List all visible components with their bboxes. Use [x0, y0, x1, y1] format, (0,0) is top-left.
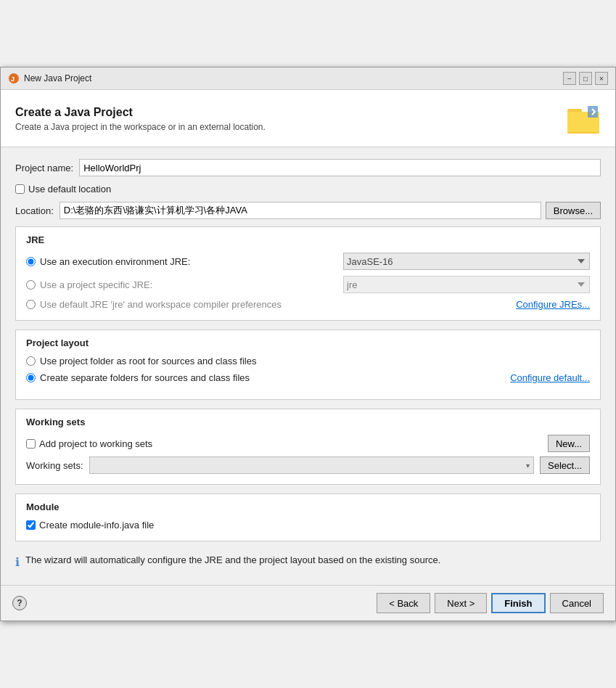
jre-radio2-row: Use a project specific JRE: jre	[26, 276, 590, 293]
jre-section: JRE Use an execution environment JRE: Ja…	[15, 226, 601, 321]
header-text: Create a Java Project Create a Java proj…	[15, 106, 266, 132]
working-sets-select-button[interactable]: Select...	[540, 456, 590, 474]
project-name-input[interactable]	[79, 159, 601, 176]
footer-right: < Back Next > Finish Cancel	[377, 593, 604, 613]
browse-button[interactable]: Browse...	[546, 202, 601, 219]
info-row: ℹ The wizard will automatically configur…	[15, 550, 601, 573]
module-checkbox-row: Create module-info.java file	[26, 520, 590, 531]
jre-environment-select[interactable]: JavaSE-16	[343, 253, 590, 270]
layout-radio1-row: Use project folder as root for sources a…	[26, 356, 590, 366]
content-area: Project name: Use default location Locat…	[1, 147, 615, 585]
layout-radio2[interactable]	[26, 373, 36, 382]
header-section: Create a Java Project Create a Java proj…	[1, 90, 615, 147]
configure-jres-link[interactable]: Configure JREs...	[516, 299, 590, 310]
new-java-project-dialog: J New Java Project − □ × Create a Java P…	[0, 67, 616, 621]
configure-default-link[interactable]: Configure default...	[510, 372, 590, 383]
minimize-button[interactable]: −	[563, 72, 576, 85]
footer-left: ?	[12, 596, 27, 610]
jre-radio2[interactable]	[26, 280, 36, 290]
create-module-info-checkbox[interactable]	[26, 520, 36, 530]
jre-specific-select[interactable]: jre	[343, 276, 590, 293]
info-icon: ℹ	[15, 555, 20, 569]
add-to-working-sets-label: Add project to working sets	[39, 438, 152, 449]
title-bar-left: J New Java Project	[8, 73, 91, 84]
layout-radio2-row: Create separate folders for sources and …	[26, 372, 590, 383]
use-default-location-checkbox[interactable]	[15, 184, 25, 194]
working-sets-title: Working sets	[26, 417, 590, 427]
title-bar: J New Java Project − □ ×	[1, 67, 615, 90]
use-default-location-label: Use default location	[28, 184, 111, 194]
project-name-row: Project name:	[15, 159, 601, 176]
jre-radio1[interactable]	[26, 257, 36, 266]
project-layout-section: Project layout Use project folder as roo…	[15, 329, 601, 400]
maximize-button[interactable]: □	[579, 72, 592, 85]
jre-radio1-label: Use an execution environment JRE:	[40, 256, 190, 267]
dialog-title: Create a Java Project	[15, 106, 266, 119]
finish-button[interactable]: Finish	[491, 593, 545, 613]
jre-title: JRE	[26, 234, 590, 245]
jre-radio2-label: Use a project specific JRE:	[40, 279, 152, 290]
next-button[interactable]: Next >	[435, 593, 487, 613]
layout-radio1-label: Use project folder as root for sources a…	[40, 356, 256, 366]
project-layout-title: Project layout	[26, 337, 590, 348]
back-button[interactable]: < Back	[377, 593, 430, 613]
location-input[interactable]	[59, 202, 541, 219]
module-title: Module	[26, 501, 590, 512]
layout-radio2-label: Create separate folders for sources and …	[40, 372, 250, 383]
jre-radio1-row: Use an execution environment JRE: JavaSE…	[26, 253, 590, 270]
project-name-label: Project name:	[15, 163, 73, 173]
jre-radio3[interactable]	[26, 300, 36, 309]
add-to-working-sets-checkbox[interactable]	[26, 439, 36, 449]
working-sets-field-label: Working sets:	[26, 460, 83, 471]
location-label: Location:	[15, 205, 54, 216]
jre-radio2-label-area: Use a project specific JRE:	[26, 279, 343, 290]
dialog-subtitle: Create a Java project in the workspace o…	[15, 122, 266, 132]
help-button[interactable]: ?	[12, 596, 27, 610]
close-button[interactable]: ×	[595, 72, 608, 85]
folder-icon	[566, 102, 601, 136]
layout-radio1[interactable]	[26, 356, 36, 366]
working-sets-combo-container: ▾	[89, 456, 535, 474]
working-sets-checkbox-row: Add project to working sets New...	[26, 435, 590, 452]
cancel-button[interactable]: Cancel	[550, 593, 604, 613]
jre-radio3-label: Use default JRE 'jre' and workspace comp…	[40, 299, 282, 310]
working-sets-new-button[interactable]: New...	[548, 435, 590, 452]
working-sets-section: Working sets Add project to working sets…	[15, 409, 601, 485]
jre-radio1-label-area: Use an execution environment JRE:	[26, 256, 343, 267]
create-module-info-label: Create module-info.java file	[39, 520, 154, 531]
window-title: New Java Project	[24, 73, 91, 83]
use-default-location-row: Use default location	[15, 184, 601, 194]
svg-rect-5	[588, 106, 598, 118]
location-row: Location: Browse...	[15, 202, 601, 219]
jre-radio3-row: Use default JRE 'jre' and workspace comp…	[26, 299, 590, 310]
info-text: The wizard will automatically configure …	[25, 554, 440, 565]
working-sets-combo[interactable]	[89, 456, 535, 474]
title-bar-controls: − □ ×	[563, 72, 608, 85]
module-section: Module Create module-info.java file	[15, 494, 601, 541]
java-icon: J	[8, 73, 20, 84]
footer: ? < Back Next > Finish Cancel	[1, 585, 615, 621]
working-sets-input-row: Working sets: ▾ Select...	[26, 456, 590, 474]
svg-text:J: J	[11, 75, 15, 83]
